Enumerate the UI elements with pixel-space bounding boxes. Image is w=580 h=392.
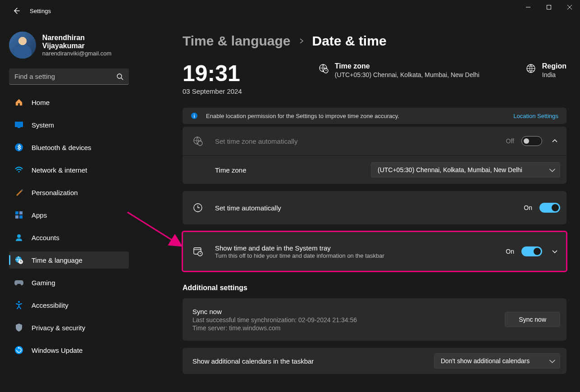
location-settings-link[interactable]: Location Settings [513,113,558,119]
timezone-select-value: (UTC+05:30) Chennai, Kolkata, Mumbai, Ne… [378,166,522,173]
card-row-systray[interactable]: Show time and date in the System tray Tu… [183,232,566,271]
titlebar: Settings [0,0,580,22]
nav-item-accessibility[interactable]: Accessibility [9,296,129,314]
setting-title: Set time automatically [215,204,281,212]
tip-text: Enable location permission for the Setti… [206,113,399,119]
timezone-value: (UTC+05:30) Chennai, Kolkata, Mumbai, Ne… [335,71,480,78]
search-box [9,68,129,85]
card-auto-timezone: Set time zone automatically Off Time zon… [183,127,566,184]
toggle-state-label: On [506,248,514,255]
svg-point-20 [198,141,202,146]
nav-label: System [32,121,54,129]
update-icon [14,346,23,355]
sidebar: Narendhiran Vijayakumar narendiranviki@g… [0,22,135,392]
calendars-select-value: Don't show additional calendars [441,357,530,365]
nav-item-privacy[interactable]: Privacy & security [9,319,129,336]
minimize-button[interactable] [518,0,539,14]
close-button[interactable] [559,0,580,14]
nav-label: Home [32,99,50,106]
search-icon [116,73,123,80]
breadcrumb: Time & language Date & time [183,33,566,49]
apps-icon [14,210,23,219]
nav-label: Accounts [32,234,59,242]
globe-clock-icon [192,136,203,146]
nav-item-apps[interactable]: Apps [9,206,129,223]
current-time: 19:31 [183,62,242,85]
nav-item-accounts[interactable]: Accounts [9,229,129,246]
timezone-sublabel: Time zone [215,166,246,174]
expand-button[interactable] [549,246,560,257]
card-auto-time: Set time automatically On [183,191,566,224]
card-systray-time: Show time and date in the System tray Tu… [183,232,566,271]
svg-point-10 [17,234,21,238]
toggle-auto-timezone[interactable] [521,136,542,146]
nav-label: Network & internet [32,166,87,174]
card-additional-calendars: Show additional calendars in the taskbar… [183,348,566,374]
sync-now-button[interactable]: Sync now [505,312,560,327]
additional-settings-heading: Additional settings [183,284,566,292]
maximize-button[interactable] [539,0,559,14]
toggle-systray-time[interactable] [521,246,542,256]
chevron-right-icon [299,38,304,44]
calendars-select[interactable]: Don't show additional calendars [434,353,560,369]
setting-title: Show additional calendars in the taskbar [192,357,314,365]
card-row-calendars[interactable]: Show additional calendars in the taskbar… [183,348,566,374]
wifi-icon [14,165,23,174]
main-content: Time & language Date & time 19:31 03 Sep… [135,22,580,392]
setting-subtitle: Turn this off to hide your time and date… [215,252,384,259]
card-row-sync: Sync now Last successful time synchroniz… [183,298,566,341]
nav-item-network[interactable]: Network & internet [9,161,129,178]
globe-clock-icon [14,255,23,264]
svg-rect-9 [19,215,23,219]
user-block[interactable]: Narendhiran Vijayakumar narendiranviki@g… [9,32,129,59]
collapse-button[interactable] [549,136,560,146]
nav-label: Windows Update [32,346,82,354]
card-row-auto-time[interactable]: Set time automatically On [183,191,566,224]
toggle-state-label: Off [506,137,514,145]
toggle-auto-time[interactable] [539,203,560,213]
taskbar-clock-icon [192,246,203,256]
nav-label: Gaming [32,279,55,287]
nav-label: Privacy & security [32,324,85,332]
nav-item-bluetooth[interactable]: Bluetooth & devices [9,139,129,156]
nav-item-time-language[interactable]: Time & language [9,251,129,269]
highlighted-setting: Show time and date in the System tray Tu… [183,232,566,271]
brush-icon [14,188,23,197]
timezone-subrow: Time zone (UTC+05:30) Chennai, Kolkata, … [183,155,566,184]
user-email: narendiranviki@gmail.com [42,50,129,57]
back-button[interactable] [9,4,23,18]
nav-item-system[interactable]: System [9,116,129,133]
timezone-select[interactable]: (UTC+05:30) Chennai, Kolkata, Mumbai, Ne… [371,162,560,178]
sync-title: Sync now [192,308,357,315]
breadcrumb-parent[interactable]: Time & language [183,33,291,49]
shield-icon [14,323,23,332]
nav-label: Time & language [32,256,82,264]
region-label: Region [542,62,566,70]
nav-item-personalization[interactable]: Personalization [9,184,129,201]
breadcrumb-current: Date & time [312,33,387,49]
window-controls [518,0,580,14]
globe-icon [526,64,536,73]
nav-label: Accessibility [32,301,69,309]
user-name: Narendhiran Vijayakumar [42,34,129,50]
card-row-auto-timezone[interactable]: Set time zone automatically Off [183,127,566,155]
nav-item-home[interactable]: Home [9,94,129,111]
bluetooth-icon [14,143,23,152]
home-icon [14,98,23,107]
svg-rect-6 [15,211,18,214]
gamepad-icon [14,278,23,287]
info-icon [191,112,198,119]
sync-last: Last successful time synchronization: 02… [192,316,357,324]
globe-clock-icon [319,64,329,73]
search-input[interactable] [9,68,129,85]
svg-rect-7 [19,211,23,214]
nav-item-update[interactable]: Windows Update [9,342,129,359]
setting-title: Set time zone automatically [215,137,297,145]
region-value: India [542,71,566,78]
nav-list: Home System Bluetooth & devices Network … [9,94,129,359]
svg-point-13 [18,301,20,303]
svg-rect-8 [15,215,18,219]
nav-item-gaming[interactable]: Gaming [9,274,129,291]
setting-title: Show time and date in the System tray [215,244,384,252]
nav-label: Apps [32,211,47,219]
